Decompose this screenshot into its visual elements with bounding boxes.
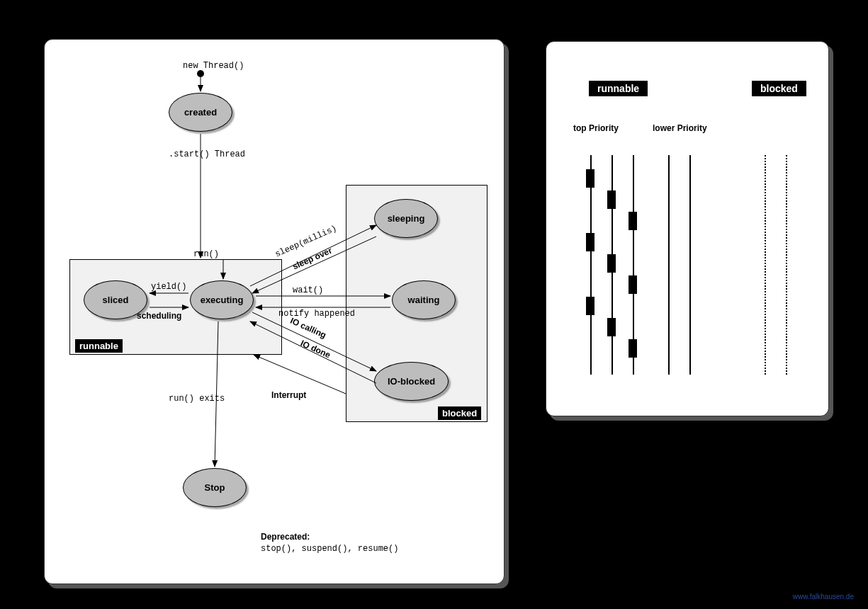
exec-slot bbox=[586, 169, 594, 188]
state-sleeping: sleeping bbox=[374, 199, 438, 238]
state-io-blocked: IO-blocked bbox=[374, 362, 449, 401]
panel-scheduling-timeline: runnable blocked top Priority lower Prio… bbox=[546, 41, 829, 416]
exec-slot bbox=[586, 297, 594, 315]
panel-state-diagram: blocked runnable created sliced executin… bbox=[44, 39, 505, 584]
state-created: created bbox=[169, 93, 232, 132]
timeline-line bbox=[689, 155, 691, 375]
exec-slot bbox=[629, 339, 637, 358]
label-new-thread: new Thread() bbox=[183, 61, 244, 71]
exec-slot bbox=[629, 212, 637, 230]
label-run: run() bbox=[193, 249, 219, 259]
state-waiting: waiting bbox=[392, 280, 456, 319]
exec-slot bbox=[586, 233, 594, 251]
deprecated-body: stop(), suspend(), resume() bbox=[261, 544, 398, 554]
label-top-priority: top Priority bbox=[573, 123, 619, 133]
badge-runnable: runnable bbox=[589, 81, 648, 96]
region-runnable-label: runnable bbox=[75, 339, 123, 353]
label-yield: yield() bbox=[151, 282, 186, 292]
label-lower-priority: lower Priority bbox=[653, 123, 707, 133]
region-blocked-label: blocked bbox=[438, 406, 481, 420]
exec-slot bbox=[607, 318, 616, 336]
label-io-done: IO done bbox=[299, 338, 332, 360]
timeline-line-blocked bbox=[765, 155, 766, 375]
label-notify: notify happened bbox=[278, 309, 355, 319]
svg-point-0 bbox=[197, 70, 204, 77]
label-interrupt: Interrupt bbox=[271, 390, 306, 400]
exec-slot bbox=[629, 275, 637, 294]
state-stop: Stop bbox=[183, 468, 247, 507]
label-run-exits: run() exits bbox=[169, 394, 225, 404]
badge-blocked: blocked bbox=[752, 81, 806, 96]
label-scheduling: scheduling bbox=[137, 311, 181, 321]
deprecated-title: Deprecated: bbox=[261, 532, 310, 542]
timeline-line bbox=[668, 155, 670, 375]
footer-credit: www.falkhausen.de bbox=[793, 593, 854, 601]
label-wait: wait() bbox=[293, 285, 323, 295]
label-io-calling: IO calling bbox=[288, 316, 327, 341]
timeline-line bbox=[590, 155, 592, 375]
exec-slot bbox=[607, 190, 616, 209]
label-start-thread: .start() Thread bbox=[169, 149, 245, 159]
exec-slot bbox=[607, 254, 616, 273]
state-executing: executing bbox=[190, 280, 254, 319]
svg-line-12 bbox=[254, 355, 346, 394]
timeline-line-blocked bbox=[786, 155, 787, 375]
